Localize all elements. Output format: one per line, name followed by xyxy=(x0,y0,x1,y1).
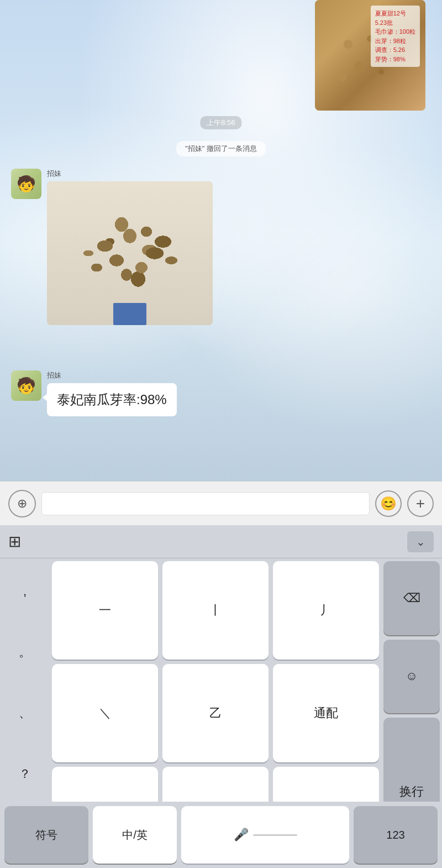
keyboard-bottom-row: 符号 中/英 🎤 123 xyxy=(0,802,442,868)
note-overlay: 夏夏甜12号 5.23批 毛巾渗：100粒 出芽：98粒 调查：5.26 芽势：… xyxy=(371,6,420,67)
input-toolbar: ⊕ 😊 + xyxy=(0,481,442,525)
numeric-key[interactable]: 123 xyxy=(354,806,438,864)
symbol-label: 符号 xyxy=(35,828,57,843)
message-text: 泰妃南瓜芽率:98% xyxy=(57,392,167,407)
avatar-image-1 xyxy=(11,169,41,199)
voice-icon: ⊕ xyxy=(17,496,27,511)
text-bubble[interactable]: 泰妃南瓜芽率:98% xyxy=(47,383,177,416)
key-heng[interactable]: 一 xyxy=(52,561,158,660)
recall-notice: "招妹" 撤回了一条消息 xyxy=(176,141,266,156)
avatar-2 xyxy=(11,370,41,401)
lang-switch-label: 中/英 xyxy=(122,828,148,843)
avatar-1 xyxy=(11,169,41,199)
plus-icon: + xyxy=(416,495,425,513)
emoji-icon: 😊 xyxy=(380,496,397,511)
timestamp: 上午8:56 xyxy=(200,116,241,129)
grid-icon[interactable]: ⊞ xyxy=(8,532,21,551)
collapse-icon: ⌄ xyxy=(416,535,425,548)
key-row-1: 一 丨 丿 xyxy=(52,561,379,660)
punct-question[interactable]: ？ xyxy=(2,744,48,804)
voice-button[interactable]: ⊕ xyxy=(8,490,36,517)
space-line xyxy=(253,834,297,836)
smiley-icon: ☺ xyxy=(406,669,418,683)
lang-switch-key[interactable]: 中/英 xyxy=(93,806,177,864)
avatar-image-2 xyxy=(11,370,41,401)
seeds-photo xyxy=(47,181,213,325)
plus-button[interactable]: + xyxy=(407,490,434,517)
emoji-button[interactable]: 😊 xyxy=(375,490,402,517)
key-row-2: ＼ 乙 通配 xyxy=(52,664,379,762)
msg-content-2: 招妹 泰妃南瓜芽率:98% xyxy=(47,370,177,416)
numeric-label: 123 xyxy=(386,829,404,841)
key-shu[interactable]: 丨 xyxy=(162,561,269,660)
sender-name-1: 招妹 xyxy=(47,169,213,179)
backspace-button[interactable]: ⌫ xyxy=(383,561,440,635)
key-zhe[interactable]: 乙 xyxy=(162,664,269,762)
punct-period[interactable]: 。 xyxy=(2,622,48,683)
seed-image: 夏夏甜12号 5.23批 毛巾渗：100粒 出芽：98粒 调查：5.26 芽势：… xyxy=(315,0,425,111)
key-na[interactable]: ＼ xyxy=(52,664,158,762)
sent-image-message: 夏夏甜12号 5.23批 毛巾渗：100粒 出芽：98粒 调查：5.26 芽势：… xyxy=(315,0,425,111)
key-pie[interactable]: 丿 xyxy=(273,561,379,660)
text-input[interactable] xyxy=(41,492,370,515)
received-image-bubble[interactable] xyxy=(47,181,213,325)
received-text-row: 招妹 泰妃南瓜芽率:98% xyxy=(11,370,177,416)
msg-content-1: 招妹 xyxy=(47,169,213,325)
key-tongpei[interactable]: 通配 xyxy=(273,664,379,762)
punct-pause[interactable]: 、 xyxy=(2,683,48,744)
space-key[interactable]: 🎤 xyxy=(181,806,349,864)
emoji-key-button[interactable]: ☺ xyxy=(383,640,440,714)
received-image-row: 招妹 xyxy=(11,169,213,325)
enter-label: 换行 xyxy=(399,783,424,800)
mic-icon: 🎤 xyxy=(234,828,249,842)
backspace-icon: ⌫ xyxy=(403,591,420,605)
chat-area: 夏夏甜12号 5.23批 毛巾渗：100粒 出芽：98粒 调查：5.26 芽势：… xyxy=(0,0,442,481)
sender-name-2: 招妹 xyxy=(47,370,177,380)
punct-comma[interactable]: , xyxy=(2,561,48,622)
symbol-key[interactable]: 符号 xyxy=(4,806,88,864)
keyboard-switcher: ⊞ ⌄ xyxy=(0,525,442,558)
collapse-button[interactable]: ⌄ xyxy=(407,531,434,552)
